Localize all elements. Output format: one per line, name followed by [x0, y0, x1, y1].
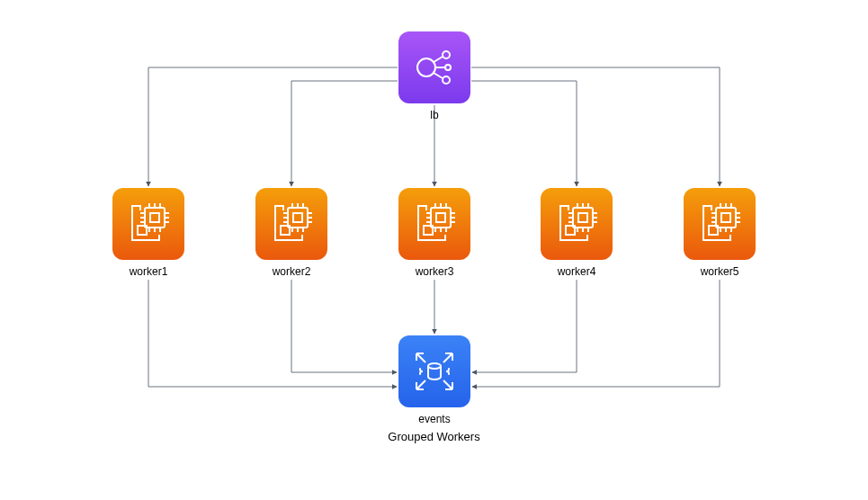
- svg-rect-67: [716, 208, 736, 228]
- edge-lb-worker2: [291, 81, 398, 186]
- svg-point-0: [417, 58, 435, 76]
- compute-icon: [684, 188, 756, 260]
- edge-lb-worker4: [471, 81, 577, 186]
- svg-rect-22: [288, 208, 308, 228]
- node-worker4: worker4: [541, 188, 613, 278]
- node-worker1: worker1: [112, 188, 184, 278]
- node-events-label: events: [418, 413, 450, 425]
- svg-point-2: [445, 65, 451, 70]
- node-lb: lb: [398, 31, 470, 121]
- architecture-diagram: lb worker1: [0, 0, 868, 500]
- node-events: events: [398, 335, 470, 425]
- svg-rect-68: [721, 213, 730, 222]
- svg-point-3: [443, 76, 450, 84]
- edge-lb-worker1: [148, 67, 398, 186]
- svg-rect-7: [145, 208, 165, 228]
- database-icon: [398, 335, 470, 407]
- svg-rect-8: [150, 213, 159, 222]
- svg-line-6: [434, 73, 443, 78]
- edge-worker2-events: [291, 280, 397, 372]
- compute-icon: [112, 188, 184, 260]
- node-worker5: worker5: [684, 188, 756, 278]
- svg-rect-38: [436, 213, 445, 222]
- svg-rect-23: [293, 213, 302, 222]
- compute-icon: [541, 188, 613, 260]
- svg-rect-53: [578, 213, 587, 222]
- node-worker1-label: worker1: [130, 265, 168, 278]
- node-worker2: worker2: [255, 188, 327, 278]
- compute-icon: [255, 188, 327, 260]
- node-worker4-label: worker4: [558, 265, 596, 278]
- edge-worker4-events: [472, 280, 577, 372]
- node-lb-label: lb: [430, 109, 438, 121]
- svg-line-4: [434, 57, 443, 62]
- svg-rect-52: [573, 208, 593, 228]
- svg-point-82: [428, 363, 441, 369]
- compute-icon: [398, 188, 470, 260]
- edge-worker5-events: [472, 280, 720, 387]
- diagram-title: Grouped Workers: [0, 430, 868, 443]
- svg-point-1: [443, 51, 450, 58]
- node-worker2-label: worker2: [273, 265, 311, 278]
- load-balancer-icon: [398, 31, 470, 103]
- node-worker5-label: worker5: [701, 265, 739, 278]
- node-worker3: worker3: [398, 188, 470, 278]
- edge-worker1-events: [148, 280, 397, 387]
- edge-lb-worker5: [471, 67, 720, 186]
- node-worker3-label: worker3: [416, 265, 454, 278]
- svg-rect-37: [431, 208, 451, 228]
